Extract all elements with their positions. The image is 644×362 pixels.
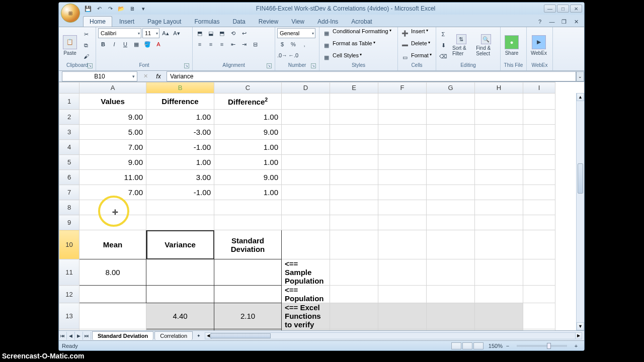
cell-I3[interactable]	[523, 125, 555, 140]
cell-E7[interactable]	[330, 185, 378, 200]
cell-B9[interactable]	[146, 215, 214, 230]
formula-bar[interactable]: Variance	[167, 71, 576, 81]
cell-I14[interactable]	[523, 329, 555, 331]
comma-icon[interactable]: ,	[299, 39, 309, 49]
cell-A9[interactable]	[79, 215, 146, 230]
cell-E12[interactable]	[330, 286, 378, 303]
align-top-icon[interactable]: ⬒	[195, 28, 205, 38]
cell-H9[interactable]	[475, 215, 523, 230]
cell-G12[interactable]	[427, 286, 475, 303]
align-center-icon[interactable]: ≡	[206, 39, 216, 49]
tab-nav-prev-icon[interactable]: ◀	[67, 332, 75, 340]
format-painter-icon[interactable]: 🖌	[81, 51, 91, 61]
cell-D2[interactable]	[282, 110, 330, 125]
paste-button[interactable]: 📋Paste	[61, 34, 79, 57]
cell-F2[interactable]	[378, 110, 427, 125]
new-sheet-icon[interactable]: ✦	[195, 332, 203, 340]
cell-B5[interactable]: 1.00	[146, 155, 214, 170]
cell-B2[interactable]: 1.00	[146, 110, 214, 125]
cell-I12[interactable]	[523, 286, 555, 303]
column-header-C[interactable]: C	[214, 82, 282, 94]
cell-D7[interactable]	[282, 185, 330, 200]
cell-D5[interactable]	[282, 155, 330, 170]
cell-H12[interactable]	[475, 286, 523, 303]
cell-H3[interactable]	[475, 125, 523, 140]
cell-I1[interactable]	[523, 94, 555, 110]
cell-B11[interactable]	[146, 259, 214, 286]
cell-C7[interactable]: 1.00	[214, 185, 282, 200]
cell-F12[interactable]	[378, 286, 427, 303]
cell-A6[interactable]: 11.00	[79, 170, 146, 185]
cell-A12[interactable]	[79, 286, 146, 303]
cell-C9[interactable]	[214, 215, 282, 230]
tab-acrobat[interactable]: Acrobat	[345, 17, 378, 27]
cell-D6[interactable]	[282, 170, 330, 185]
row-header-2[interactable]: 2	[59, 110, 79, 125]
cell-E14[interactable]	[330, 329, 378, 331]
column-header-G[interactable]: G	[427, 82, 475, 94]
cell-F4[interactable]	[378, 140, 427, 155]
cell-D11[interactable]: <== Sample Population	[282, 259, 330, 286]
cell-G8[interactable]	[427, 200, 475, 215]
cell-B6[interactable]: 3.00	[146, 170, 214, 185]
align-bottom-icon[interactable]: ⬒	[217, 28, 227, 38]
view-page-layout-icon[interactable]	[462, 342, 472, 349]
sheet-tab-standard-deviation[interactable]: Standard Deviation	[92, 331, 153, 340]
row-header-1[interactable]: 1	[59, 94, 79, 110]
column-header-D[interactable]: D	[282, 82, 330, 94]
cell-G14[interactable]	[427, 329, 475, 331]
cell-E13[interactable]	[330, 303, 378, 329]
cell-C12[interactable]	[214, 286, 282, 303]
cell-H4[interactable]	[475, 140, 523, 155]
cell-H14[interactable]	[475, 329, 523, 331]
cell-E1[interactable]	[330, 94, 378, 110]
worksheet-area[interactable]: ABCDEFGHI1ValuesDifferenceDifference229.…	[59, 82, 584, 330]
fill-icon[interactable]: ⬇	[438, 40, 448, 50]
clipboard-launcher-icon[interactable]: ↘	[88, 63, 93, 68]
tab-nav-next-icon[interactable]: ▶	[75, 332, 83, 340]
help-icon[interactable]: ?	[535, 17, 545, 27]
cell-H5[interactable]	[475, 155, 523, 170]
tab-insert[interactable]: Insert	[113, 17, 140, 27]
cell-H2[interactable]	[475, 110, 523, 125]
tab-data[interactable]: Data	[226, 17, 251, 27]
cell-E2[interactable]	[330, 110, 378, 125]
zoom-in-icon[interactable]: +	[571, 341, 581, 351]
redo-icon[interactable]: ↷	[106, 5, 114, 13]
cell-F6[interactable]	[378, 170, 427, 185]
cell-B13[interactable]: 4.40	[146, 303, 214, 329]
scroll-thumb[interactable]	[578, 163, 583, 194]
cell-D3[interactable]	[282, 125, 330, 140]
tab-home[interactable]: Home	[83, 16, 112, 27]
close-button[interactable]: ✕	[570, 5, 582, 13]
alignment-launcher-icon[interactable]: ↘	[267, 63, 272, 68]
cell-styles-button[interactable]: ▦Cell Styles▾	[321, 52, 362, 62]
horizontal-scrollbar[interactable]: ◀ ▶	[205, 332, 582, 339]
italic-button[interactable]: I	[109, 39, 119, 49]
insert-cells-button[interactable]: ➕Insert▾	[400, 28, 428, 38]
column-header-B[interactable]: B	[146, 82, 214, 94]
tab-nav-first-icon[interactable]: ⏮	[59, 332, 67, 340]
cell-D8[interactable]	[282, 200, 330, 215]
cell-G5[interactable]	[427, 155, 475, 170]
column-header-E[interactable]: E	[330, 82, 378, 94]
cell-F3[interactable]	[378, 125, 427, 140]
cell-I2[interactable]	[523, 110, 555, 125]
cell-F8[interactable]	[378, 200, 427, 215]
cell-G2[interactable]	[427, 110, 475, 125]
quickprint-icon[interactable]: 🗎	[128, 5, 136, 13]
font-launcher-icon[interactable]: ↘	[184, 63, 189, 68]
cell-F1[interactable]	[378, 94, 427, 110]
cell-H7[interactable]	[475, 185, 523, 200]
vertical-scrollbar[interactable]: ▲ ▼	[576, 93, 584, 330]
cell-I6[interactable]	[523, 170, 555, 185]
cell-E9[interactable]	[330, 215, 378, 230]
shrink-font-icon[interactable]: A▾	[172, 28, 182, 38]
cell-I10[interactable]	[523, 230, 555, 259]
row-header-13[interactable]: 13	[59, 303, 79, 329]
cell-I9[interactable]	[523, 215, 555, 230]
maximize-button[interactable]: □	[557, 5, 569, 13]
cell-H6[interactable]	[475, 170, 523, 185]
cancel-formula-icon[interactable]: ✕	[140, 71, 150, 81]
cell-A14[interactable]	[79, 329, 146, 331]
